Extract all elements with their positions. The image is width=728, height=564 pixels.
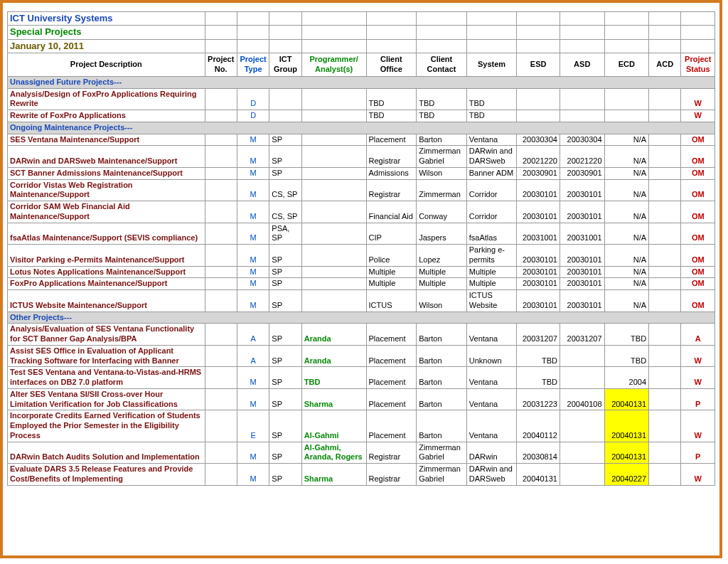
esd — [517, 110, 560, 122]
project-type: M — [237, 367, 269, 389]
system: Parking e-permits — [466, 245, 517, 267]
project-description: DARwin Batch Audits Solution and Impleme… — [8, 442, 205, 464]
programmer — [301, 167, 366, 179]
client-office: Placement — [366, 388, 417, 410]
client-contact: Wilson — [417, 167, 467, 179]
esd: 20040112 — [517, 410, 560, 442]
project-no — [205, 110, 237, 122]
project-no — [205, 245, 237, 267]
project-status: W — [681, 88, 715, 110]
ecd: 20040131 — [604, 388, 649, 410]
empty-cell — [417, 12, 467, 26]
programmer: Sharma — [301, 464, 366, 486]
project-description: Rewrite of FoxPro Applications — [8, 110, 205, 122]
acd — [649, 290, 681, 312]
project-type: M — [237, 167, 269, 179]
esd — [517, 88, 560, 110]
project-no — [205, 88, 237, 110]
client-contact: Barton — [417, 134, 467, 146]
client-office: Multiple — [366, 266, 417, 278]
acd — [649, 223, 681, 245]
col-header: Project Status — [681, 53, 715, 76]
empty-cell — [417, 39, 467, 53]
col-header: Programmer/ Analyst(s) — [301, 53, 366, 76]
project-no — [205, 201, 237, 223]
esd: 20040131 — [517, 464, 560, 486]
project-type: M — [237, 266, 269, 278]
empty-cell — [237, 39, 269, 53]
ict-group: SP — [269, 134, 301, 146]
asd: 20030101 — [560, 201, 604, 223]
project-type: M — [237, 442, 269, 464]
project-type: M — [237, 245, 269, 267]
project-type: M — [237, 388, 269, 410]
project-status: W — [681, 110, 715, 122]
acd — [649, 324, 681, 346]
ict-group: SP — [269, 464, 301, 486]
client-office: Registrar — [366, 464, 417, 486]
project-status: W — [681, 345, 715, 367]
project-status: OM — [681, 146, 715, 168]
section-header: Ongoing Maintenance Projects--- — [8, 122, 715, 134]
system: Corridor — [466, 201, 517, 223]
col-header: System — [466, 53, 517, 76]
project-type: A — [237, 345, 269, 367]
project-type: M — [237, 223, 269, 245]
client-office: Placement — [366, 324, 417, 346]
client-office: Placement — [366, 134, 417, 146]
asd: 20040108 — [560, 388, 604, 410]
esd: 20030101 — [517, 266, 560, 278]
empty-cell — [681, 12, 715, 26]
col-header: Project No. — [205, 53, 237, 76]
asd: 20030101 — [560, 278, 604, 290]
system: TBD — [466, 110, 517, 122]
acd — [649, 345, 681, 367]
esd: TBD — [517, 345, 560, 367]
empty-cell — [366, 39, 417, 53]
esd: TBD — [517, 367, 560, 389]
empty-cell — [560, 12, 604, 26]
acd — [649, 88, 681, 110]
asd: 20030101 — [560, 245, 604, 267]
asd: 20030101 — [560, 266, 604, 278]
project-status: OM — [681, 179, 715, 201]
ict-group: SP — [269, 278, 301, 290]
asd: 20021220 — [560, 146, 604, 168]
project-no — [205, 410, 237, 442]
project-description: Corridor Vistas Web Registration Mainten… — [8, 179, 205, 201]
system: fsaAtlas — [466, 223, 517, 245]
project-description: Alter SES Ventana SI/SII Cross-over Hour… — [8, 388, 205, 410]
client-office: CIP — [366, 223, 417, 245]
project-description: Corridor SAM Web Financial Aid Maintenan… — [8, 201, 205, 223]
empty-cell — [269, 39, 301, 53]
project-type: M — [237, 179, 269, 201]
client-contact: Wilson — [417, 290, 467, 312]
project-description: SCT Banner Admissions Maintenance/Suppor… — [8, 167, 205, 179]
client-contact: Multiple — [417, 278, 467, 290]
project-status: OM — [681, 167, 715, 179]
system: Unknown — [466, 345, 517, 367]
asd: 20030901 — [560, 167, 604, 179]
project-type: M — [237, 146, 269, 168]
asd — [560, 442, 604, 464]
project-status: W — [681, 367, 715, 389]
empty-cell — [649, 12, 681, 26]
acd — [649, 179, 681, 201]
ict-group: SP — [269, 388, 301, 410]
project-no — [205, 223, 237, 245]
client-office: Police — [366, 245, 417, 267]
project-no — [205, 442, 237, 464]
programmer — [301, 278, 366, 290]
ecd: 20040131 — [604, 442, 649, 464]
project-description: ICTUS Website Maintenance/Support — [8, 290, 205, 312]
project-description: Lotus Notes Applications Maintenance/Sup… — [8, 266, 205, 278]
ict-group: SP — [269, 442, 301, 464]
system: Corridor — [466, 179, 517, 201]
project-no — [205, 266, 237, 278]
empty-cell — [301, 26, 366, 39]
programmer — [301, 146, 366, 168]
ecd: N/A — [604, 201, 649, 223]
project-no — [205, 367, 237, 389]
project-status: P — [681, 388, 715, 410]
empty-cell — [604, 12, 649, 26]
